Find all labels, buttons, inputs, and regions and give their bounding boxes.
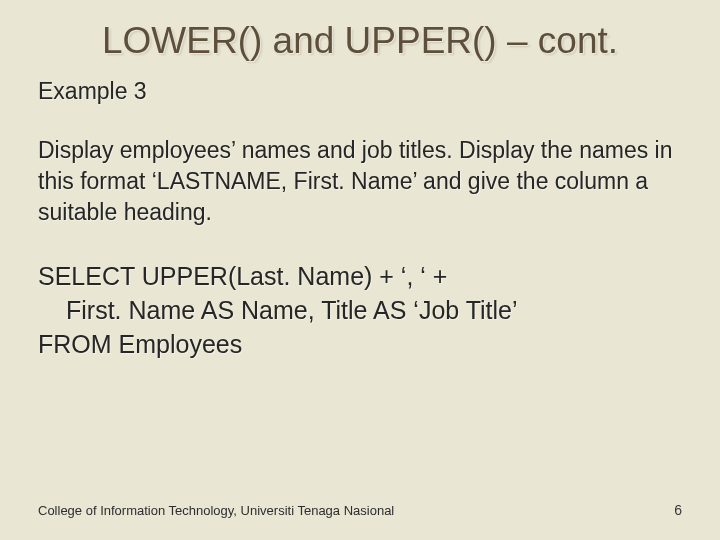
- example-label: Example 3: [38, 78, 682, 105]
- code-line-1: SELECT UPPER(Last. Name) + ‘, ‘ +: [38, 262, 447, 290]
- footer-institution: College of Information Technology, Unive…: [38, 503, 394, 518]
- problem-description: Display employees’ names and job titles.…: [38, 135, 682, 228]
- sql-code: SELECT UPPER(Last. Name) + ‘, ‘ + First.…: [38, 260, 682, 361]
- slide: LOWER() and UPPER() – cont. Example 3 Di…: [0, 0, 720, 540]
- code-line-2: First. Name AS Name, Title AS ‘Job Title…: [66, 296, 518, 324]
- slide-title: LOWER() and UPPER() – cont.: [38, 20, 682, 62]
- page-number: 6: [674, 502, 682, 518]
- footer: College of Information Technology, Unive…: [38, 502, 682, 518]
- code-line-3: FROM Employees: [38, 330, 242, 358]
